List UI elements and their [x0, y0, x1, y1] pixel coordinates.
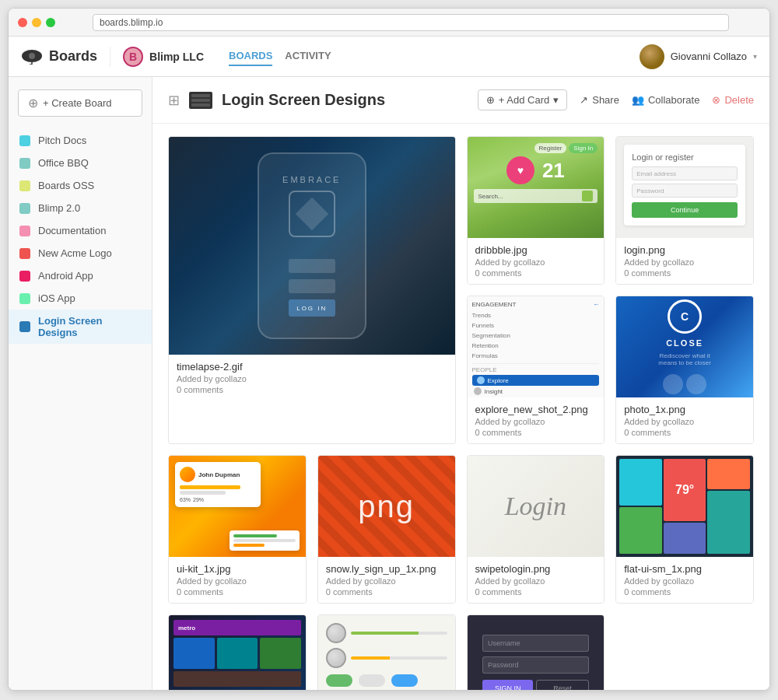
sidebar-item-android-app[interactable]: Android App	[9, 264, 152, 287]
logo-text: Boards	[49, 48, 97, 65]
card-filename: login.png	[624, 244, 745, 256]
card-comments: 0 comments	[326, 587, 447, 597]
delete-label: Delete	[724, 94, 754, 106]
sidebar-item-label: Login Screen Designs	[38, 315, 141, 338]
card-metro[interactable]: metro metro_1x.png Added by gcollazo 0 c…	[168, 614, 307, 690]
card-filename: explore_new_shot_2.png	[475, 404, 597, 415]
main-layout: ⊕ + Create Board Pitch Docs Office BBQ B…	[9, 77, 769, 690]
color-swatch	[19, 226, 30, 236]
header-right: Giovanni Collazo ▾	[640, 44, 757, 69]
add-card-label: + Add Card	[499, 94, 549, 106]
board-actions: ⊕ + Add Card ▾ ↗ Share 👥 Collaborate ⊗	[478, 89, 754, 110]
card-comments: 0 comments	[624, 587, 745, 597]
card-grid: EMBRACE LOG IN timelapse-2.gif	[152, 124, 769, 690]
share-label: Share	[592, 94, 619, 106]
card-comments: 0 comments	[177, 385, 447, 394]
card-added-by: Added by gcollazo	[177, 576, 298, 586]
sidebar-item-ios-app[interactable]: iOS App	[9, 287, 152, 310]
tab-activity[interactable]: ACTIVITY	[285, 47, 331, 66]
card-photo[interactable]: C CLOSE Rediscover what it means to be c…	[615, 296, 754, 444]
org-name: Blimp LLC	[149, 51, 204, 63]
sidebar-item-label: Office BBQ	[38, 157, 89, 169]
card-dribbble[interactable]: Register Sign In ♥ 21 Search...	[467, 136, 605, 285]
card-comments: 0 comments	[624, 268, 745, 278]
grid-view-icon[interactable]: ⊞	[168, 92, 180, 109]
delete-icon: ⊗	[712, 94, 720, 106]
card-explore[interactable]: ENGAGEMENT ← Trends Funnels Segmentation…	[467, 296, 605, 444]
color-swatch	[19, 180, 30, 191]
card-filename: photo_1x.png	[624, 404, 745, 415]
minimize-button[interactable]	[32, 18, 41, 27]
card-added-by: Added by gcollazo	[624, 257, 745, 267]
card-added-by: Added by gcollazo	[475, 257, 597, 267]
card-comments: 0 comments	[624, 428, 745, 437]
url-bar[interactable]: boards.blimp.io	[93, 14, 729, 31]
nav-tabs: BOARDS ACTIVITY	[216, 47, 344, 66]
user-dropdown-icon[interactable]: ▾	[753, 52, 757, 61]
close-button[interactable]	[18, 18, 27, 27]
svg-point-1	[29, 53, 35, 59]
color-swatch	[19, 203, 30, 214]
sidebar-item-blimp-20[interactable]: Blimp 2.0	[9, 197, 152, 219]
sidebar-item-login-screen-designs[interactable]: Login Screen Designs	[9, 310, 152, 344]
card-added-by: Added by gcollazo	[624, 576, 745, 586]
sidebar-item-new-acme-logo[interactable]: New Acme Logo	[9, 242, 152, 264]
org-initial: B	[129, 51, 137, 63]
card-filename: timelapse-2.gif	[177, 361, 447, 373]
card-flat[interactable]: 79° flat-ui-sm_1x.png Added by gcollazo …	[615, 455, 754, 604]
user-name: Giovanni Collazo	[671, 51, 747, 62]
sidebar-item-label: Pitch Docs	[38, 135, 86, 146]
app-window: boards.blimp.io Boards B Blimp LLC BOARD…	[8, 8, 770, 691]
board-header: ⊞ Login Screen Designs ⊕ + Add Card ▾ ↗	[152, 77, 769, 124]
tab-boards[interactable]: BOARDS	[229, 47, 272, 66]
collaborate-icon: 👥	[632, 94, 644, 106]
card-snow[interactable]: png snow.ly_sign_up_1x.png Added by gcol…	[317, 455, 456, 604]
share-button[interactable]: ↗ Share	[580, 94, 619, 106]
card-filename: ui-kit_1x.jpg	[177, 563, 298, 575]
content-area: ⊞ Login Screen Designs ⊕ + Add Card ▾ ↗	[152, 77, 769, 690]
color-swatch	[19, 135, 30, 146]
plus-icon: ⊕	[28, 96, 38, 110]
url-text: boards.blimp.io	[100, 17, 163, 28]
sidebar-item-office-bbq[interactable]: Office BBQ	[9, 152, 152, 174]
card-controls[interactable]: ui-controls_1x.png Added by gcollazo 0 c…	[317, 614, 456, 690]
board-thumbnail	[189, 92, 212, 109]
delete-button[interactable]: ⊗ Delete	[712, 94, 754, 106]
color-swatch	[19, 248, 30, 259]
add-card-dropdown-icon: ▾	[553, 94, 559, 106]
card-added-by: Added by gcollazo	[624, 417, 745, 426]
card-signin[interactable]: Username Password SIGN IN Reset signin_1…	[467, 614, 605, 690]
add-card-icon: ⊕	[486, 94, 495, 106]
card-swipe[interactable]: Login swipetologin.png Added by gcollazo…	[467, 455, 605, 604]
card-added-by: Added by gcollazo	[475, 576, 597, 586]
card-filename: swipetologin.png	[475, 563, 597, 575]
card-comments: 0 comments	[177, 587, 298, 597]
card-login[interactable]: Login or register Email address Password…	[615, 136, 754, 285]
card-added-by: Added by gcollazo	[475, 417, 597, 426]
sidebar-item-pitch-docs[interactable]: Pitch Docs	[9, 129, 152, 152]
card-timelapse[interactable]: EMBRACE LOG IN timelapse-2.gif	[168, 136, 456, 444]
blimp-logo-icon	[21, 49, 43, 65]
sidebar-item-boards-oss[interactable]: Boards OSS	[9, 174, 152, 197]
card-added-by: Added by gcollazo	[326, 576, 447, 586]
card-added-by: Added by gcollazo	[177, 374, 447, 383]
org-area: B Blimp LLC	[110, 47, 216, 67]
collaborate-button[interactable]: 👥 Collaborate	[632, 94, 700, 106]
sidebar-item-label: New Acme Logo	[38, 247, 112, 259]
create-board-button[interactable]: ⊕ + Create Board	[18, 89, 142, 117]
color-swatch	[19, 293, 30, 304]
color-swatch	[19, 271, 30, 282]
logo-area: Boards	[21, 48, 97, 65]
board-title: Login Screen Designs	[222, 91, 468, 109]
org-avatar: B	[123, 47, 143, 67]
sidebar-item-label: Blimp 2.0	[38, 202, 80, 214]
collaborate-label: Collaborate	[648, 94, 700, 106]
color-swatch	[19, 158, 30, 169]
card-ui-kit[interactable]: John Dupman 63% 29%	[168, 455, 307, 604]
sidebar-item-documentation[interactable]: Documentation	[9, 219, 152, 242]
maximize-button[interactable]	[46, 18, 55, 27]
card-comments: 0 comments	[475, 587, 597, 597]
add-card-button[interactable]: ⊕ + Add Card ▾	[478, 89, 567, 110]
card-comments: 0 comments	[475, 428, 597, 437]
sidebar-item-label: Android App	[38, 270, 93, 282]
